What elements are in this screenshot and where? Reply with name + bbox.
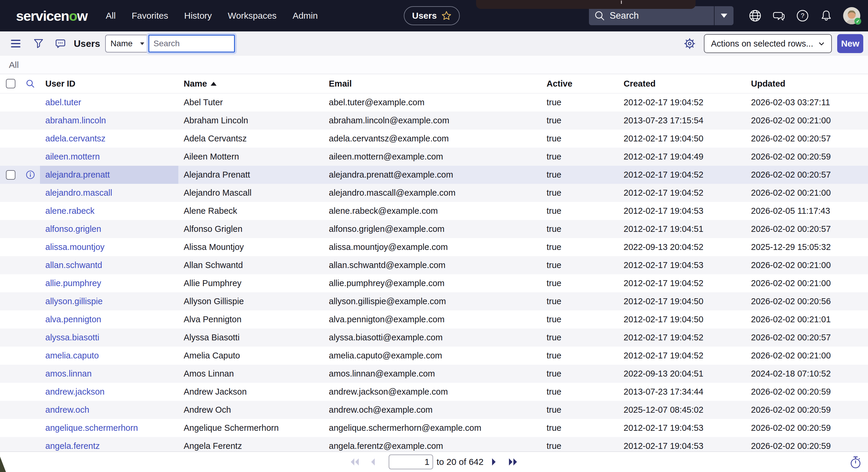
user-id-link[interactable]: angela.ferentz <box>45 441 100 451</box>
row-select-cell <box>0 148 21 166</box>
user-id-link[interactable]: abel.tuter <box>45 97 81 107</box>
user-id-cell: alissa.mountjoy <box>40 238 178 256</box>
updated-cell: 2026-02-05 11:17:43 <box>746 202 868 220</box>
first-page-button[interactable] <box>350 458 359 466</box>
search-column-select[interactable]: Name <box>105 35 149 53</box>
table-row[interactable]: amos.linnanAmos Linnanamos.linnan@exampl… <box>0 365 868 383</box>
user-id-link[interactable]: andrew.och <box>45 405 89 415</box>
table-row[interactable]: adela.cervantszAdela Cervantszadela.cerv… <box>0 129 868 148</box>
user-id-link[interactable]: allyson.gillispie <box>45 296 102 306</box>
user-avatar[interactable]: ✓ <box>843 7 860 24</box>
user-id-link[interactable]: angelique.schermerhorn <box>45 423 138 433</box>
col-header-active[interactable]: Active <box>541 74 618 93</box>
user-id-link[interactable]: allan.schwantd <box>45 260 102 270</box>
list-search-input[interactable] <box>148 35 235 53</box>
next-page-button[interactable] <box>492 458 496 466</box>
table-row[interactable]: andrew.ochAndrew Ochandrew.och@example.c… <box>0 401 868 419</box>
name-cell: Allie Pumphrey <box>178 274 323 292</box>
info-icon[interactable] <box>26 170 35 179</box>
previous-page-button[interactable] <box>371 458 375 466</box>
globe-icon[interactable] <box>748 9 762 23</box>
user-id-link[interactable]: alejandro.mascall <box>45 188 112 198</box>
svg-text:?: ? <box>801 12 804 19</box>
table-row[interactable]: alejandra.prenattAlejandra Prenattalejan… <box>0 166 868 184</box>
row-info-cell <box>21 419 40 437</box>
table-row[interactable]: abel.tuterAbel Tuterabel.tuter@example.c… <box>0 93 868 112</box>
last-page-button[interactable] <box>509 458 518 466</box>
table-row[interactable]: angela.ferentzAngela Ferentzangela.feren… <box>0 437 868 451</box>
list-menu-icon[interactable] <box>11 40 21 48</box>
active-cell: true <box>541 311 618 328</box>
servicenow-logo[interactable]: servicenow <box>16 8 87 24</box>
user-id-link[interactable]: alene.rabeck <box>45 206 94 216</box>
table-row[interactable]: alfonso.griglenAlfonso Griglenalfonso.gr… <box>0 220 868 238</box>
table-row[interactable]: abraham.lincolnAbraham Lincolnabraham.li… <box>0 112 868 129</box>
user-id-link[interactable]: aileen.mottern <box>45 152 100 161</box>
nav-item-admin[interactable]: Admin <box>293 0 318 31</box>
user-id-link[interactable]: alissa.mountjoy <box>45 242 104 252</box>
table-row[interactable]: andrew.jacksonAndrew Jacksonandrew.jacks… <box>0 383 868 401</box>
global-search-box[interactable]: Search <box>589 6 714 25</box>
created-cell: 2012-02-17 19:04:51 <box>618 220 746 238</box>
nav-item-favorites[interactable]: Favorites <box>131 0 168 31</box>
col-header-name[interactable]: Name <box>178 74 323 93</box>
user-id-link[interactable]: amos.linnan <box>45 369 92 379</box>
table-row[interactable]: allie.pumphreyAllie Pumphreyallie.pumphr… <box>0 274 868 292</box>
search-icon <box>594 10 605 21</box>
created-cell: 2012-02-17 19:04:49 <box>618 148 746 166</box>
col-header-email[interactable]: Email <box>323 74 541 93</box>
list-search-icon[interactable] <box>26 79 35 88</box>
active-cell: true <box>541 401 618 419</box>
user-id-link[interactable]: alejandra.prenatt <box>45 170 110 180</box>
global-search-dropdown-button[interactable] <box>715 6 734 25</box>
user-id-link[interactable]: alyssa.biasotti <box>45 333 99 343</box>
table-row[interactable]: alejandro.mascallAlejandro Mascallalejan… <box>0 184 868 202</box>
chat-icon[interactable] <box>772 9 786 23</box>
row-info-cell <box>21 238 40 256</box>
user-id-link[interactable]: allie.pumphrey <box>45 278 101 288</box>
user-id-link[interactable]: abraham.lincoln <box>45 116 106 125</box>
nav-item-workspaces[interactable]: Workspaces <box>228 0 277 31</box>
user-id-link[interactable]: andrew.jackson <box>45 387 104 397</box>
created-cell: 2013-07-23 17:34:44 <box>618 383 746 401</box>
page-number-input[interactable] <box>389 454 433 469</box>
row-info-cell <box>21 256 40 274</box>
active-cell: true <box>541 383 618 401</box>
filter-icon[interactable] <box>33 38 43 49</box>
actions-select[interactable]: Actions on selected rows... <box>704 34 832 53</box>
table-row[interactable]: alene.rabeckAlene Rabeckalene.rabeck@exa… <box>0 202 868 220</box>
nav-item-all[interactable]: All <box>106 0 116 31</box>
response-time-icon[interactable] <box>849 455 862 469</box>
row-info-cell[interactable] <box>21 166 40 184</box>
user-id-link[interactable]: alfonso.griglen <box>45 224 101 234</box>
col-header-updated[interactable]: Updated <box>746 74 868 93</box>
table-row[interactable]: alyssa.biasottiAlyssa Biasottialyssa.bia… <box>0 328 868 347</box>
table-row[interactable]: allyson.gillispieAllyson Gillispieallyso… <box>0 292 868 311</box>
gear-icon[interactable] <box>683 37 696 50</box>
bell-icon[interactable] <box>819 9 833 23</box>
table-row[interactable]: amelia.caputoAmelia Caputoamelia.caputo@… <box>0 347 868 365</box>
col-header-created[interactable]: Created <box>618 74 746 93</box>
row-checkbox[interactable] <box>6 170 16 180</box>
breadcrumb-all[interactable]: All <box>9 60 19 70</box>
table-row[interactable]: aileen.motternAileen Motternaileen.motte… <box>0 148 868 166</box>
user-id-cell: amelia.caputo <box>40 347 178 365</box>
comments-icon[interactable] <box>55 38 65 49</box>
help-icon[interactable]: ? <box>796 9 809 23</box>
active-cell: true <box>541 256 618 274</box>
star-icon[interactable] <box>441 11 452 21</box>
new-button[interactable]: New <box>837 34 863 53</box>
user-id-link[interactable]: adela.cervantsz <box>45 134 105 144</box>
user-id-link[interactable]: alva.pennigton <box>45 315 101 324</box>
table-row[interactable]: alva.pennigtonAlva Pennigtonalva.pennigt… <box>0 311 868 328</box>
table-row[interactable]: angelique.schermerhornAngelique Schermer… <box>0 419 868 437</box>
table-row[interactable]: alissa.mountjoyAlissa Mountjoyalissa.mou… <box>0 238 868 256</box>
select-all-checkbox[interactable] <box>6 79 16 88</box>
user-id-link[interactable]: amelia.caputo <box>45 351 99 360</box>
table-row[interactable]: allan.schwantdAllan Schwantdallan.schwan… <box>0 256 868 274</box>
user-id-cell: abraham.lincoln <box>40 112 178 129</box>
col-header-user-id[interactable]: User ID <box>40 74 178 93</box>
pinned-tab-users[interactable]: Users <box>404 6 460 25</box>
row-select-cell[interactable] <box>0 166 21 184</box>
nav-item-history[interactable]: History <box>184 0 212 31</box>
